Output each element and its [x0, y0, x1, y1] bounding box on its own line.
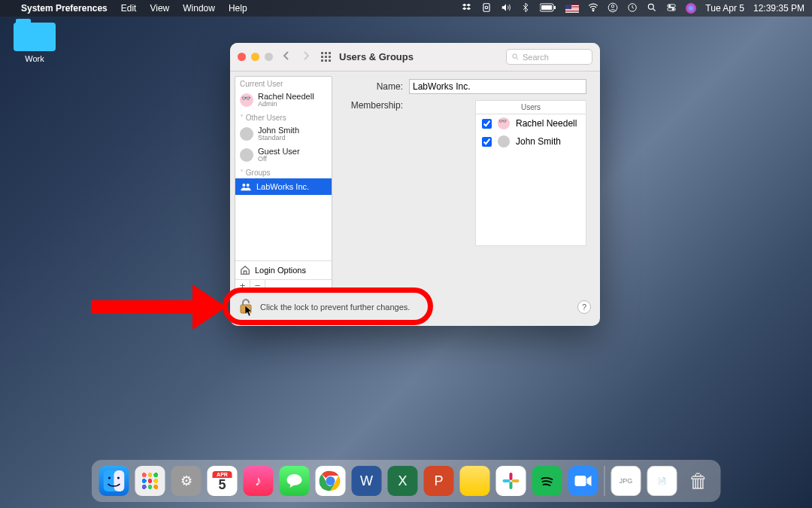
svg-rect-0: [483, 3, 489, 11]
menubar: System Preferences Edit View Window Help…: [0, 0, 812, 17]
dock-app-calendar[interactable]: APR5: [208, 466, 238, 496]
dock-app-word[interactable]: W: [352, 466, 382, 496]
menu-window[interactable]: Window: [183, 3, 215, 14]
lock-text: Click the lock to prevent further change…: [260, 303, 410, 312]
dock-trash[interactable]: 🗑: [683, 466, 714, 496]
cursor-icon: [245, 306, 253, 316]
menubar-time[interactable]: 12:39:35 PM: [753, 3, 804, 14]
dock-app-notes[interactable]: [460, 466, 490, 496]
spotlight-icon[interactable]: [647, 2, 657, 15]
svg-point-1: [486, 6, 489, 9]
volume-icon[interactable]: [501, 2, 511, 15]
group-name-input[interactable]: [409, 79, 586, 94]
dock-separator: [604, 466, 605, 496]
avatar-icon: [240, 93, 253, 107]
groups-header[interactable]: Groups: [235, 166, 332, 178]
avatar-icon: [240, 127, 253, 141]
forward-button[interactable]: [301, 50, 311, 64]
dock-app-powerpoint[interactable]: P: [424, 466, 454, 496]
user-icon[interactable]: [607, 2, 618, 15]
svg-point-15: [242, 184, 245, 187]
svg-point-20: [108, 477, 111, 479]
dock-app-settings[interactable]: ⚙︎: [171, 466, 201, 496]
member-checkbox[interactable]: [482, 137, 492, 147]
desktop-folder-work[interactable]: Work: [11, 23, 59, 63]
svg-point-13: [673, 8, 674, 10]
folder-icon: [14, 23, 56, 51]
dock-app-slack[interactable]: [496, 466, 526, 496]
dock-app-spotify[interactable]: [532, 466, 562, 496]
search-input[interactable]: Search: [506, 49, 592, 65]
dock-app-finder[interactable]: [99, 466, 129, 496]
svg-point-12: [669, 5, 671, 6]
users-sidebar: Current User Rachel NeedellAdmin Other U…: [235, 76, 332, 293]
svg-point-16: [247, 184, 250, 187]
dock-app-messages[interactable]: [280, 466, 310, 496]
sidebar-current-user[interactable]: Rachel NeedellAdmin: [235, 90, 332, 111]
dock-app-launchpad[interactable]: [135, 466, 165, 496]
login-options-label: Login Options: [255, 266, 306, 275]
help-button[interactable]: ?: [577, 300, 591, 314]
users-column-header: Users: [476, 101, 586, 114]
input-source-flag-icon[interactable]: [565, 5, 579, 13]
lockbar: Click the lock to prevent further change…: [230, 293, 600, 326]
lock-icon[interactable]: [239, 298, 253, 316]
svg-rect-4: [554, 6, 556, 9]
menu-help[interactable]: Help: [229, 3, 247, 14]
avatar-icon: [498, 117, 510, 129]
window-title: Users & Groups: [339, 51, 414, 62]
siri-icon[interactable]: [686, 3, 696, 14]
bluetooth-icon[interactable]: [520, 2, 531, 15]
home-icon: [240, 265, 250, 275]
svg-point-5: [592, 10, 594, 11]
svg-rect-3: [541, 5, 552, 10]
add-button[interactable]: +: [235, 280, 250, 292]
user-role: Off: [258, 156, 300, 163]
app-menu[interactable]: System Preferences: [21, 3, 108, 14]
member-checkbox[interactable]: [482, 119, 492, 129]
dock-app-excel[interactable]: X: [388, 466, 418, 496]
member-row[interactable]: John Smith: [476, 132, 586, 151]
titlebar: Users & Groups Search: [230, 43, 600, 71]
dock-app-chrome[interactable]: [316, 466, 346, 496]
group-icon: [240, 182, 252, 191]
user-role: Admin: [258, 101, 314, 108]
dock: ⚙︎ APR5 ♪ W X P JPG 📄 🗑: [92, 460, 721, 502]
dock-app-zoom[interactable]: [568, 466, 598, 496]
membership-label: Membership:: [343, 100, 403, 111]
group-detail-pane: Name: Membership: Users Rachel Needell: [332, 71, 600, 293]
sidebar-user-john[interactable]: John SmithStandard: [235, 123, 332, 144]
dock-app-music[interactable]: ♪: [244, 466, 274, 496]
backup-icon[interactable]: [481, 2, 492, 15]
menubar-date[interactable]: Tue Apr 5: [705, 3, 744, 14]
show-all-button[interactable]: [321, 52, 332, 62]
back-button[interactable]: [282, 50, 291, 64]
minimize-button[interactable]: [251, 53, 259, 61]
sidebar-user-guest[interactable]: Guest UserOff: [235, 144, 332, 166]
svg-rect-25: [510, 473, 513, 480]
remove-button[interactable]: −: [250, 280, 265, 292]
group-name: LabWorks Inc.: [256, 182, 309, 191]
clock-icon[interactable]: [627, 2, 638, 15]
control-center-icon[interactable]: [666, 2, 677, 15]
user-role: Standard: [258, 135, 299, 142]
dock-file[interactable]: 📄: [647, 466, 677, 496]
traffic-lights: [238, 53, 273, 61]
svg-rect-19: [114, 470, 125, 491]
svg-rect-27: [510, 482, 513, 489]
dock-file-jpg[interactable]: JPG: [611, 466, 641, 496]
sidebar-group-labworks[interactable]: LabWorks Inc.: [235, 178, 332, 195]
menu-view[interactable]: View: [150, 3, 169, 14]
zoom-button[interactable]: [265, 53, 273, 61]
other-users-header[interactable]: Other Users: [235, 111, 332, 123]
dropbox-icon[interactable]: [462, 2, 472, 15]
svg-point-21: [117, 477, 120, 479]
close-button[interactable]: [238, 53, 246, 61]
battery-icon[interactable]: [540, 3, 556, 14]
login-options[interactable]: Login Options: [235, 260, 332, 279]
wifi-icon[interactable]: [588, 2, 598, 15]
avatar-icon: [498, 135, 510, 148]
folder-label: Work: [11, 54, 59, 63]
menu-edit[interactable]: Edit: [121, 3, 137, 14]
member-row[interactable]: Rachel Needell: [476, 114, 586, 132]
